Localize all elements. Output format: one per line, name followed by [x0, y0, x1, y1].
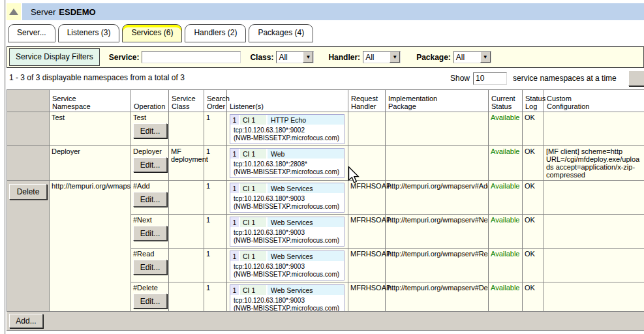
server-name: ESDEMO — [59, 7, 95, 17]
edit-button[interactable]: Edit... — [133, 294, 167, 309]
tab-packages[interactable]: Packages (4) — [249, 24, 313, 42]
service-filter-input[interactable] — [142, 51, 241, 63]
listener-type: Web Services — [268, 217, 344, 227]
table-row: Deployer Deployer Edit... MF deployment … — [7, 146, 644, 181]
add-button[interactable]: Add... — [9, 314, 43, 328]
listener-box: 1 CI 1 HTTP Echo tcp:10.120.63.180*:9002… — [230, 114, 345, 144]
show-count-input[interactable] — [473, 72, 507, 85]
handler-filter-select[interactable]: All ▼ — [363, 51, 401, 63]
current-status: Available — [489, 181, 523, 215]
search-order: 1 — [204, 249, 227, 282]
operation-name: Deployer — [133, 147, 162, 155]
refresh-button-clipped[interactable] — [628, 70, 644, 86]
request-handler: MFRHSOAP — [348, 215, 386, 249]
tab-server[interactable]: Server... — [8, 24, 55, 42]
namespace-count-summary: 1 - 3 of 3 displayable namespaces from a… — [9, 73, 185, 82]
service-filter-label: Service: — [109, 53, 140, 62]
edit-button[interactable]: Edit... — [133, 192, 167, 207]
col-request-handler: Request Handler — [348, 90, 386, 112]
service-class — [169, 112, 204, 146]
package-filter-select[interactable]: All ▼ — [453, 51, 491, 63]
table-row: Delete http://tempuri.org/wmapserv #Add … — [7, 181, 644, 215]
implementation-package: http://tempuri.org/wmapserv#Add — [386, 181, 489, 215]
service-namespace: Test — [50, 112, 131, 146]
col-implementation-package: Implementation Package — [386, 90, 489, 112]
listener-type: Web Services — [268, 251, 344, 261]
package-filter-label: Package: — [416, 53, 451, 62]
listener-address: tcp:10.120.63.180*:2808* — [234, 160, 343, 168]
edit-button[interactable]: Edit... — [133, 226, 167, 241]
listener-number: 1 — [230, 149, 240, 159]
listener-box: 1 CI 1 Web Services tcp:10.120.63.180*:9… — [230, 183, 345, 213]
edit-button[interactable]: Edit... — [133, 157, 167, 172]
implementation-package: http://tempuri.org/wmapserv#Next — [386, 215, 489, 249]
table-header-row: Service Namespace Operation Service Clas… — [7, 90, 644, 112]
request-handler — [348, 112, 386, 146]
operation-cell: #Next Edit... — [131, 215, 169, 249]
listener-number: 1 — [230, 217, 240, 227]
edit-button[interactable]: Edit... — [133, 260, 167, 275]
chevron-down-icon[interactable]: ▼ — [303, 52, 313, 63]
up-triangle-icon — [9, 8, 18, 15]
edit-button[interactable]: Edit... — [133, 123, 167, 138]
listener-host: (NWB-MBISSETXP.microfocus.com) — [234, 134, 343, 142]
handler-filter-value: All — [363, 53, 390, 62]
listener-cell: 1 CI 1 Web Services tcp:10.120.63.180*:9… — [227, 215, 348, 249]
listener-address: tcp:10.120.63.180*:9002 — [234, 127, 343, 134]
listener-box: 1 CI 1 Web tcp:10.120.63.180*:2808* (NWB… — [230, 148, 345, 178]
filters-title: Service Display Filters — [9, 48, 100, 66]
col-current-status: Current Status — [489, 90, 523, 112]
implementation-package — [386, 112, 489, 146]
col-operation: Operation — [131, 90, 169, 112]
custom-configuration — [544, 181, 644, 215]
listener-address: tcp:10.120.63.180*:9003 — [234, 263, 343, 271]
col-search-order: Search Order — [204, 90, 227, 112]
table-row: Test Test Edit... 1 1 CI 1 HTTP Echo — [7, 112, 644, 146]
row-action-cell: Delete — [7, 181, 50, 316]
service-class — [169, 249, 204, 282]
listener-box: 1 CI 1 Web Services tcp:10.120.63.180*:9… — [230, 284, 345, 314]
package-filter-value: All — [454, 53, 480, 62]
listener-host: (NWB-MBISSETXP.microfocus.com) — [234, 237, 343, 245]
status-log: OK — [523, 249, 544, 282]
listener-conversation: CI 1 — [240, 251, 268, 261]
implementation-package: http://tempuri.org/wmapserv#Read — [386, 249, 489, 282]
listener-address: tcp:10.120.63.180*:9003 — [234, 297, 343, 305]
delete-button[interactable]: Delete — [9, 184, 47, 200]
class-filter-select[interactable]: All ▼ — [276, 51, 314, 63]
row-action-cell — [7, 112, 50, 146]
chevron-down-icon[interactable]: ▼ — [390, 52, 400, 63]
search-order: 1 — [204, 181, 227, 215]
listener-number: 1 — [230, 115, 240, 125]
custom-configuration — [544, 249, 644, 282]
listener-box: 1 CI 1 Web Services tcp:10.120.63.180*:9… — [230, 217, 345, 247]
status-log: OK — [523, 215, 544, 249]
listener-type: Web — [268, 149, 344, 159]
status-log: OK — [523, 146, 544, 181]
col-status-log: Status Log — [523, 90, 544, 112]
listener-number: 1 — [230, 285, 240, 295]
tab-services[interactable]: Services (6) — [122, 24, 182, 42]
current-status: Available — [489, 249, 523, 282]
operation-cell: #Add Edit... — [131, 181, 169, 215]
service-class — [169, 181, 204, 215]
listener-conversation: CI 1 — [240, 217, 268, 227]
listener-address: tcp:10.120.63.180*:9003 — [234, 195, 343, 203]
tab-listeners[interactable]: Listeners (3) — [58, 24, 120, 42]
col-listeners: Listener(s) — [227, 90, 348, 112]
bottom-action-bar: Add... — [7, 311, 644, 331]
operation-cell: Test Edit... — [131, 112, 169, 146]
class-filter-value: All — [277, 53, 303, 62]
current-status: Available — [489, 146, 523, 181]
collapse-section-button[interactable] — [7, 3, 21, 20]
listener-conversation: CI 1 — [240, 149, 268, 159]
col-actions — [7, 90, 50, 112]
service-namespace: http://tempuri.org/wmapserv — [50, 181, 131, 316]
listener-address: tcp:10.120.63.180*:9003 — [234, 229, 343, 237]
operation-name: #Next — [133, 216, 152, 224]
chevron-down-icon[interactable]: ▼ — [480, 52, 491, 63]
listener-number: 1 — [230, 251, 240, 261]
custom-configuration: [MF client] scheme=http URL=/cgi/mfdeplo… — [544, 146, 644, 181]
listener-conversation: CI 1 — [240, 183, 268, 193]
tab-handlers[interactable]: Handlers (2) — [185, 24, 246, 42]
